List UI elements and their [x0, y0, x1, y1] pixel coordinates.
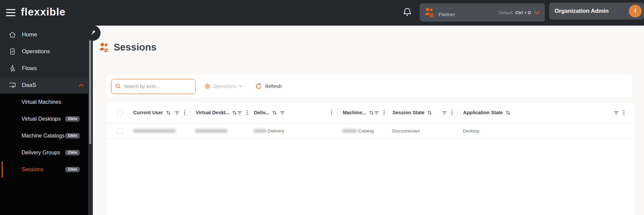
column-header-machine-catalog[interactable]: Machine... [337, 102, 387, 123]
partner-shortcut-prefix: Default: [499, 10, 514, 15]
sidebar-item-label: Virtual Desktops [22, 116, 61, 122]
toolbar: Operations Refresh [106, 75, 633, 98]
search-input[interactable] [124, 84, 191, 89]
column-header-session-state[interactable]: Session State [387, 102, 457, 123]
filter-icon[interactable] [614, 110, 619, 115]
chevron-down-icon [238, 85, 242, 88]
sidebar-item-label: Flows [22, 65, 37, 72]
kebab-menu-icon[interactable] [451, 110, 453, 115]
partner-label: Partner [439, 11, 455, 17]
table-row[interactable]: Delivery Catalog Disconnected Desktop [107, 123, 635, 139]
scrollbar-thumb[interactable] [89, 26, 91, 144]
sidebar-item-flows[interactable]: Flows [0, 60, 88, 77]
sidebar-item-label: Sessions [22, 166, 43, 173]
cell-session-state: Disconnected [387, 123, 457, 139]
refresh-label: Refresh [265, 84, 281, 89]
sidebar-item-label: Machine Catalogs [22, 133, 65, 139]
column-header-virtual-desktop[interactable]: Virtual Deskt... [190, 102, 248, 123]
sessions-table: Current User Virtual Deskt... [107, 102, 635, 215]
sidebar-item-label: Delivery Groups [22, 150, 60, 156]
pin-sidebar-button[interactable] [85, 25, 101, 41]
table-header-row: Current User Virtual Deskt... [107, 102, 635, 123]
daas-submenu: Virtual Machines Virtual Desktops Citrix… [0, 94, 88, 215]
sessions-people-swap-icon [99, 42, 110, 53]
filter-icon[interactable] [237, 110, 242, 115]
divider [75, 83, 75, 88]
sort-icon[interactable] [427, 110, 432, 115]
home-icon [9, 31, 16, 38]
hamburger-menu-icon[interactable] [6, 9, 15, 16]
cell-current-user [128, 123, 190, 139]
operations-label: Operations [213, 84, 236, 89]
sort-icon[interactable] [232, 110, 237, 115]
partner-switcher-button[interactable]: Partner Default: Ctrl + D [420, 3, 545, 22]
chevron-up-icon[interactable] [79, 84, 84, 87]
filter-icon[interactable] [374, 110, 379, 115]
cell-delivery-group: Delivery [248, 123, 337, 139]
column-header-delivery-group[interactable]: Deliv... [248, 102, 337, 123]
citrix-badge: Citrix [65, 133, 80, 139]
redacted-text [254, 129, 267, 133]
partner-people-swap-icon [424, 7, 435, 18]
kebab-menu-icon[interactable] [331, 110, 332, 115]
sidebar-item-label: Virtual Machines [22, 99, 61, 105]
sidebar-item-virtual-machines[interactable]: Virtual Machines [0, 94, 88, 111]
sidebar-item-delivery-groups[interactable]: Delivery Groups Citrix [0, 144, 88, 161]
citrix-badge: Citrix [65, 116, 80, 122]
app: flexxible [0, 0, 644, 215]
search-icon [115, 84, 121, 89]
citrix-badge: Citrix [65, 150, 80, 156]
filter-icon[interactable] [175, 110, 180, 115]
kebab-menu-icon[interactable] [247, 110, 248, 115]
document-check-icon [9, 48, 16, 55]
cell-machine-catalog: Catalog [337, 123, 387, 139]
cell-application-state: Desktop [457, 123, 635, 139]
notifications-bell-icon[interactable] [403, 7, 412, 19]
sort-icon[interactable] [369, 110, 374, 115]
gear-icon [204, 83, 211, 89]
filter-icon[interactable] [280, 110, 285, 115]
page-header: Sessions [99, 42, 156, 53]
sidebar-item-operations[interactable]: Operations [0, 43, 88, 60]
redacted-text [133, 129, 176, 133]
top-bar: flexxible [0, 0, 644, 26]
citrix-badge: Citrix [65, 167, 80, 173]
lightning-gear-icon [9, 65, 16, 72]
column-header-application-state[interactable]: Application State [457, 102, 635, 123]
sidebar-item-virtual-desktops[interactable]: Virtual Desktops Citrix [0, 111, 88, 127]
organization-admin-label: Organization Admin [555, 8, 609, 14]
sidebar-item-label: Operations [22, 48, 50, 55]
refresh-icon [255, 83, 262, 90]
sidebar-item-daas[interactable]: DaaS [0, 77, 88, 94]
chevron-down-icon[interactable] [534, 11, 540, 14]
brand-logo: flexxible [21, 6, 66, 18]
sidebar-item-label: Home [22, 31, 37, 38]
kebab-menu-icon[interactable] [623, 110, 624, 115]
sidebar-scrollbar[interactable] [88, 26, 93, 215]
redacted-text [342, 129, 357, 133]
sidebar-item-home[interactable]: Home [0, 26, 88, 43]
column-header-current-user[interactable]: Current User [128, 102, 190, 123]
redacted-text [195, 129, 227, 133]
select-all-checkbox[interactable] [117, 110, 123, 116]
sidebar-item-sessions[interactable]: Sessions Citrix [0, 161, 88, 178]
kebab-menu-icon[interactable] [184, 110, 185, 115]
row-checkbox[interactable] [117, 128, 123, 134]
sidebar-nav: Home Operations Flows DaaS [0, 26, 88, 215]
user-avatar[interactable]: I [629, 5, 642, 18]
operations-dropdown-button[interactable]: Operations [204, 83, 242, 89]
filter-icon[interactable] [442, 110, 447, 115]
cell-virtual-desktop [190, 123, 248, 139]
sidebar-item-machine-catalogs[interactable]: Machine Catalogs Citrix [0, 127, 88, 144]
sidebar-item-label: DaaS [22, 82, 36, 89]
kebab-menu-icon[interactable] [383, 110, 385, 115]
page-title: Sessions [114, 42, 156, 53]
organization-admin-button[interactable]: Organization Admin I [549, 3, 644, 20]
sort-icon[interactable] [505, 110, 510, 115]
search-box [111, 79, 196, 94]
sort-icon[interactable] [166, 110, 171, 115]
partner-shortcut-keys: Ctrl + D [515, 10, 531, 15]
sort-icon[interactable] [272, 110, 277, 115]
refresh-button[interactable]: Refresh [255, 83, 281, 90]
monitor-download-icon [9, 82, 16, 89]
